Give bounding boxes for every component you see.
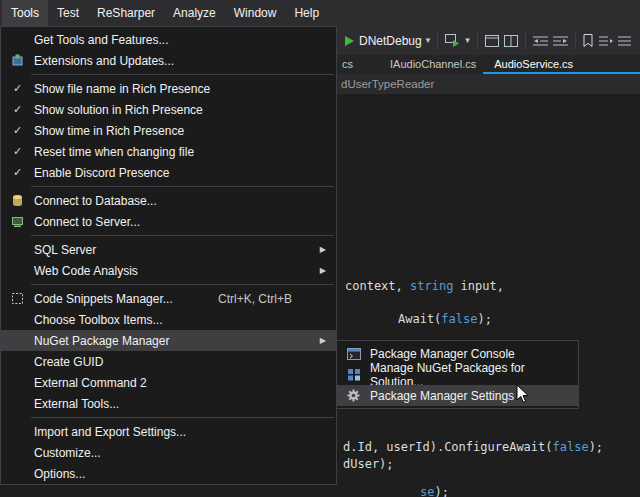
checkmark-icon: ✓ xyxy=(9,103,26,116)
menu-separator xyxy=(31,186,334,187)
menu-separator xyxy=(31,284,334,285)
submenu-arrow-icon: ▶ xyxy=(320,336,326,345)
menu-item-show-time-rich-presence[interactable]: ✓Show time in Rich Presence xyxy=(1,120,336,141)
toolbar-separator xyxy=(477,32,478,49)
menu-item-connect-to-database[interactable]: Connect to Database... xyxy=(1,190,336,211)
menu-item-import-export-settings[interactable]: Import and Export Settings... xyxy=(1,421,336,442)
vs-window: Tools Test ReSharper Analyze Window Help… xyxy=(0,0,640,497)
increase-indent-icon[interactable] xyxy=(553,35,568,47)
menu-item-code-snippets-manager[interactable]: Code Snippets Manager... Ctrl+K, Ctrl+B xyxy=(1,288,336,309)
task-list-icon[interactable] xyxy=(618,35,632,47)
menu-item-options[interactable]: Options... xyxy=(1,463,336,484)
decrease-indent-icon[interactable] xyxy=(533,35,548,47)
menubar-help[interactable]: Help xyxy=(285,0,328,26)
menu-item-manage-nuget-packages-for-solution[interactable]: Manage NuGet Packages for Solution... xyxy=(337,364,578,385)
menu-item-show-file-name-rich-presence[interactable]: ✓Show file name in Rich Presence xyxy=(1,78,336,99)
bookmark-icon[interactable] xyxy=(583,34,594,47)
play-icon xyxy=(344,35,355,47)
menu-item-nuget-package-manager[interactable]: NuGet Package Manager▶ xyxy=(1,330,336,351)
checkmark-icon: ✓ xyxy=(9,166,26,179)
menu-item-create-guid[interactable]: Create GUID xyxy=(1,351,336,372)
menubar-window[interactable]: Window xyxy=(225,0,286,26)
menubar-test[interactable]: Test xyxy=(48,0,88,26)
code-line: se); xyxy=(420,485,449,497)
menu-item-external-command-2[interactable]: External Command 2 xyxy=(1,372,336,393)
menu-item-show-solution-rich-presence[interactable]: ✓Show solution in Rich Presence xyxy=(1,99,336,120)
snippets-icon xyxy=(9,292,26,305)
tools-menu: Get Tools and Features... Extensions and… xyxy=(0,26,337,485)
document-tab[interactable]: cs xyxy=(340,55,355,74)
toggle-bookmarks-icon[interactable] xyxy=(599,35,613,47)
menu-separator xyxy=(31,74,334,75)
extensions-icon xyxy=(9,54,26,67)
attach-caret-icon[interactable]: ▾ xyxy=(465,36,470,45)
menu-item-package-manager-settings[interactable]: Package Manager Settings xyxy=(337,385,578,406)
run-config-caret-icon[interactable]: ▾ xyxy=(426,36,431,45)
database-icon xyxy=(9,194,26,207)
menu-item-reset-time-when-changing-file[interactable]: ✓Reset time when changing file xyxy=(1,141,336,162)
menubar-analyze[interactable]: Analyze xyxy=(164,0,225,26)
packages-icon xyxy=(345,368,362,381)
menu-item-sql-server[interactable]: SQL Server▶ xyxy=(1,239,336,260)
menu-separator xyxy=(31,417,334,418)
menubar-resharper[interactable]: ReSharper xyxy=(88,0,164,26)
menu-item-enable-discord-presence[interactable]: ✓Enable Discord Presence xyxy=(1,162,336,183)
menu-item-extensions-and-updates[interactable]: Extensions and Updates... xyxy=(1,50,336,71)
mouse-cursor xyxy=(516,384,529,404)
console-icon xyxy=(345,348,362,360)
menu-item-customize[interactable]: Customize... xyxy=(1,442,336,463)
toolbar-separator xyxy=(437,32,438,49)
code-line: context, string input, xyxy=(345,279,504,293)
checkmark-icon: ✓ xyxy=(9,124,26,137)
attach-to-process-icon[interactable] xyxy=(445,34,460,47)
code-line: Await(false); xyxy=(398,312,492,326)
navigation-type-label: dUserTypeReader xyxy=(341,78,434,90)
server-icon xyxy=(9,215,26,228)
menu-item-external-tools[interactable]: External Tools... xyxy=(1,393,336,414)
gear-icon xyxy=(345,389,362,402)
split-window-icon[interactable] xyxy=(504,35,518,47)
start-debug-button[interactable]: DNetDebug ▾ xyxy=(344,34,430,48)
menu-separator xyxy=(31,235,334,236)
menu-item-choose-toolbox-items[interactable]: Choose Toolbox Items... xyxy=(1,309,336,330)
checkmark-icon: ✓ xyxy=(9,145,26,158)
code-line: dUser); xyxy=(343,457,394,471)
run-config-label: DNetDebug xyxy=(359,34,422,48)
toolbar-separator xyxy=(525,32,526,49)
menu-item-web-code-analysis[interactable]: Web Code Analysis▶ xyxy=(1,260,336,281)
nuget-package-manager-submenu: Package Manager Console Manage NuGet Pac… xyxy=(336,340,579,409)
code-line: d.Id, userId).ConfigureAwait(false); xyxy=(343,440,603,454)
menu-bar: Tools Test ReSharper Analyze Window Help xyxy=(0,0,640,26)
submenu-arrow-icon: ▶ xyxy=(320,245,326,254)
submenu-arrow-icon: ▶ xyxy=(320,266,326,275)
menu-item-connect-to-server[interactable]: Connect to Server... xyxy=(1,211,336,232)
new-window-icon[interactable] xyxy=(485,35,499,47)
toolbar-separator xyxy=(575,32,576,49)
shortcut-label: Ctrl+K, Ctrl+B xyxy=(218,292,292,306)
document-tab-iaudiochannel[interactable]: IAudioChannel.cs xyxy=(381,55,485,74)
checkmark-icon: ✓ xyxy=(9,82,26,95)
menubar-tools[interactable]: Tools xyxy=(2,0,48,26)
menu-item-get-tools-and-features[interactable]: Get Tools and Features... xyxy=(1,29,336,50)
